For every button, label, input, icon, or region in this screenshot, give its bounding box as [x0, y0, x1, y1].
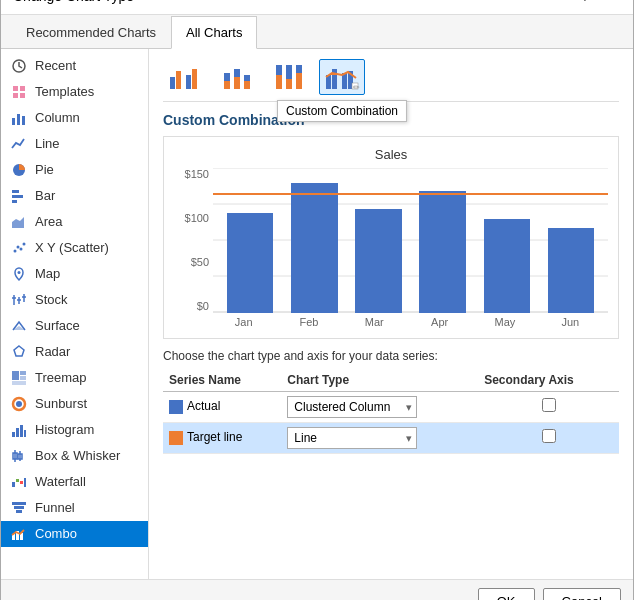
sidebar-label-bar: Bar [35, 188, 55, 203]
svg-rect-34 [24, 430, 26, 437]
sidebar-label-sunburst: Sunburst [35, 396, 87, 411]
svg-rect-54 [224, 81, 230, 89]
x-label-apr: Apr [410, 316, 469, 328]
series-charttype-select-1[interactable]: Clustered ColumnLineAreaStacked Column [287, 427, 417, 449]
svg-rect-26 [20, 371, 26, 375]
sidebar-item-surface[interactable]: Surface [1, 313, 148, 339]
series-name-1: Target line [187, 430, 242, 444]
sidebar-item-histogram[interactable]: Histogram [1, 417, 148, 443]
sidebar-item-map[interactable]: Map [1, 261, 148, 287]
bar-jan [227, 213, 274, 313]
sidebar-label-surface: Surface [35, 318, 80, 333]
series-secondary-checkbox-0[interactable] [542, 398, 556, 412]
svg-point-16 [23, 242, 26, 245]
sidebar-item-waterfall[interactable]: Waterfall [1, 469, 148, 495]
cancel-button[interactable]: Cancel [543, 588, 621, 601]
svg-rect-25 [12, 371, 19, 380]
chart-plot [213, 168, 608, 313]
help-button[interactable]: ? [577, 0, 593, 6]
bar-mar [355, 209, 402, 313]
sidebar-label-pie: Pie [35, 162, 54, 177]
sidebar-item-column[interactable]: Column [1, 105, 148, 131]
content-area: Custom Combination Sales $150 $100 $50 $… [149, 102, 633, 579]
col-header-charttype: Chart Type [281, 369, 478, 392]
map-icon [11, 266, 27, 282]
sidebar-item-area[interactable]: Area [1, 209, 148, 235]
svg-rect-63 [296, 65, 302, 73]
bar-feb [291, 183, 338, 313]
svg-text:✏: ✏ [353, 83, 360, 91]
sidebar-item-boxwhisker[interactable]: Box & Whisker [1, 443, 148, 469]
chart-icon-100-stacked-col[interactable] [267, 59, 313, 95]
sidebar-label-stock: Stock [35, 292, 68, 307]
combo-icon [11, 526, 27, 542]
svg-rect-61 [286, 65, 292, 79]
svg-rect-31 [12, 432, 15, 437]
bar-jun [548, 228, 595, 313]
sidebar-item-stock[interactable]: Stock [1, 287, 148, 313]
sidebar-item-bar[interactable]: Bar [1, 183, 148, 209]
y-label-100: $100 [174, 212, 209, 224]
y-label-0: $0 [174, 300, 209, 312]
sidebar-item-line[interactable]: Line [1, 131, 148, 157]
y-label-50: $50 [174, 256, 209, 268]
chart-icon-stacked-col[interactable] [215, 59, 261, 95]
y-label-150: $150 [174, 168, 209, 180]
x-label-feb: Feb [279, 316, 338, 328]
sidebar-item-combo[interactable]: Combo [1, 521, 148, 547]
svg-rect-57 [244, 75, 250, 81]
sidebar-label-column: Column [35, 110, 80, 125]
svg-marker-12 [12, 217, 24, 228]
close-button[interactable]: ✕ [601, 0, 621, 6]
svg-marker-24 [14, 346, 24, 356]
chart-icon-clustered-col[interactable] [163, 59, 209, 95]
bar-apr [419, 191, 466, 312]
boxwhisker-icon [11, 448, 27, 464]
y-axis: $150 $100 $50 $0 [174, 168, 209, 313]
bars-container [213, 168, 608, 313]
svg-rect-43 [12, 502, 26, 505]
chart-icon-custom-combo[interactable]: ✏ Custom Combination [319, 59, 365, 95]
sidebar-label-scatter: X Y (Scatter) [35, 240, 109, 255]
svg-point-15 [20, 247, 23, 250]
svg-rect-28 [12, 381, 26, 385]
x-label-jan: Jan [214, 316, 273, 328]
svg-rect-39 [12, 482, 15, 487]
svg-point-13 [14, 249, 17, 252]
x-label-may: May [475, 316, 534, 328]
sidebar-item-funnel[interactable]: Funnel [1, 495, 148, 521]
series-row-1: Target lineClustered ColumnLineAreaStack… [163, 422, 619, 453]
svg-rect-32 [16, 428, 19, 437]
tab-all-charts[interactable]: All Charts [171, 16, 257, 49]
ok-button[interactable]: OK [478, 588, 535, 601]
title-bar-controls: ? ✕ [577, 0, 621, 6]
tabs-bar: Recommended Charts All Charts [1, 15, 633, 49]
tab-recommended[interactable]: Recommended Charts [11, 16, 171, 49]
sidebar-item-pie[interactable]: Pie [1, 157, 148, 183]
stock-icon [11, 292, 27, 308]
sidebar-label-combo: Combo [35, 526, 77, 541]
series-label: Choose the chart type and axis for your … [163, 349, 619, 363]
pie-icon [11, 162, 27, 178]
svg-rect-58 [244, 81, 250, 89]
radar-icon [11, 344, 27, 360]
series-name-0: Actual [187, 399, 220, 413]
col-header-series: Series Name [163, 369, 281, 392]
sidebar-item-recent[interactable]: Recent [1, 53, 148, 79]
sidebar-item-sunburst[interactable]: Sunburst [1, 391, 148, 417]
svg-rect-1 [13, 86, 18, 91]
sidebar-item-scatter[interactable]: X Y (Scatter) [1, 235, 148, 261]
dialog-tabs-and-body: Recommended Charts All Charts Recent [1, 15, 633, 579]
x-label-jun: Jun [541, 316, 600, 328]
bar-group-jun [542, 168, 600, 313]
series-secondary-checkbox-1[interactable] [542, 429, 556, 443]
svg-rect-11 [12, 200, 17, 203]
series-charttype-select-0[interactable]: Clustered ColumnLineAreaStacked Column [287, 396, 417, 418]
sidebar-item-radar[interactable]: Radar [1, 339, 148, 365]
sidebar-item-treemap[interactable]: Treemap [1, 365, 148, 391]
area-icon [11, 214, 27, 230]
sidebar-item-templates[interactable]: Templates [1, 79, 148, 105]
svg-rect-64 [296, 73, 302, 89]
series-row-0: ActualClustered ColumnLineAreaStacked Co… [163, 391, 619, 422]
histogram-icon [11, 422, 27, 438]
